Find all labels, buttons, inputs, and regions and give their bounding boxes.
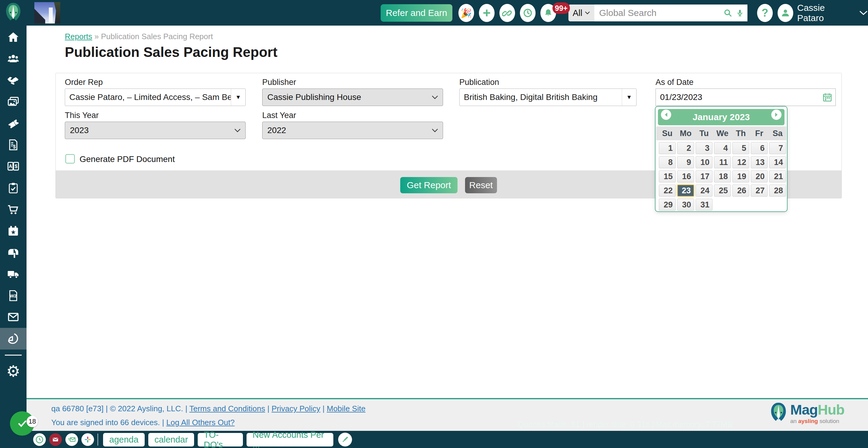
- reset-button[interactable]: Reset: [465, 177, 497, 193]
- global-search-input[interactable]: [594, 8, 723, 18]
- day-cell-23-selected[interactable]: 23: [677, 184, 694, 197]
- user-avatar[interactable]: [778, 4, 793, 22]
- sidebar-item-contacts[interactable]: [0, 48, 27, 70]
- handshake-icon: [6, 74, 20, 87]
- logo-hub-text: Hub: [818, 402, 844, 418]
- user-menu[interactable]: Cassie Pataro: [797, 0, 868, 26]
- sidebar-item-tasks[interactable]: [0, 177, 27, 199]
- celebrations-button[interactable]: 🎉: [458, 4, 474, 22]
- as-of-date-value: 01/23/2023: [656, 93, 822, 102]
- day-cell-13[interactable]: 13: [751, 156, 768, 168]
- day-cell-31[interactable]: 31: [695, 199, 712, 211]
- day-cell-20[interactable]: 20: [751, 170, 768, 182]
- sidebar-item-media[interactable]: [0, 91, 27, 113]
- day-cell-26[interactable]: 26: [733, 184, 749, 197]
- sidebar-item-orders[interactable]: [0, 199, 27, 220]
- slack-icon: [84, 435, 92, 444]
- taskbar-new-accounts-button[interactable]: New Accounts Per ...: [247, 433, 333, 447]
- day-cell-1[interactable]: 1: [659, 142, 676, 154]
- taskbar-agenda-button[interactable]: agenda: [103, 433, 145, 447]
- day-cell-2[interactable]: 2: [677, 142, 694, 154]
- clipboard-check-icon: [7, 181, 20, 195]
- day-cell-16[interactable]: 16: [677, 170, 694, 182]
- refer-and-earn-button[interactable]: Refer and Earn: [381, 4, 453, 22]
- sidebar-item-w2[interactable]: W2: [0, 285, 27, 307]
- app-logo-dino-icon[interactable]: [5, 2, 22, 25]
- day-cell-21[interactable]: 21: [769, 170, 786, 182]
- day-cell-19[interactable]: 19: [733, 170, 749, 182]
- as-of-date-input[interactable]: 01/23/2023: [655, 89, 836, 106]
- search-icon[interactable]: [723, 8, 733, 18]
- sidebar-item-mail[interactable]: [0, 306, 27, 328]
- day-cell-24[interactable]: 24: [695, 184, 712, 197]
- taskbar-edit-button[interactable]: [338, 433, 352, 447]
- day-cell-30[interactable]: 30: [677, 199, 694, 211]
- sidebar-item-deals[interactable]: [0, 70, 27, 91]
- sidebar-item-events[interactable]: ★: [0, 220, 27, 242]
- generate-pdf-checkbox[interactable]: [65, 154, 75, 164]
- day-cell-6[interactable]: 6: [751, 142, 768, 154]
- publication-combobox[interactable]: British Baking, Digital British Baking ▼: [459, 89, 637, 106]
- bottom-taskbar: agenda calendar TO-DO's New Accounts Per…: [0, 431, 868, 448]
- day-cell-12[interactable]: 12: [733, 156, 749, 168]
- publisher-select[interactable]: Cassie Publishing House: [262, 89, 443, 106]
- order-rep-dropdown-button[interactable]: ▼: [231, 89, 245, 106]
- breadcrumb-reports-link[interactable]: Reports: [65, 32, 92, 41]
- search-scope-select[interactable]: All: [568, 4, 594, 22]
- sidebar-item-reports[interactable]: [0, 328, 27, 350]
- datepicker-prev-button[interactable]: [661, 110, 671, 120]
- sidebar-item-tickets[interactable]: [0, 113, 27, 134]
- sidebar-item-home[interactable]: [0, 27, 27, 48]
- last-year-select[interactable]: 2022: [262, 122, 443, 139]
- order-rep-combobox[interactable]: Cassie Pataro, – Limited Access, – Sam B…: [65, 89, 246, 106]
- log-all-others-out-link[interactable]: Log All Others Out?: [166, 418, 235, 427]
- day-cell-22[interactable]: 22: [659, 184, 676, 197]
- day-cell-15[interactable]: 15: [659, 170, 676, 182]
- sidebar-item-distribution[interactable]: [0, 263, 27, 285]
- as-of-date-label: As of Date: [655, 78, 693, 87]
- sidebar-item-rate-card[interactable]: A $: [0, 156, 27, 177]
- day-cell-18[interactable]: 18: [714, 170, 731, 182]
- sidebar-item-direct-mail[interactable]: [0, 242, 27, 264]
- microphone-icon[interactable]: [735, 8, 744, 18]
- taskbar-gmail-button[interactable]: [49, 433, 62, 446]
- day-cell-3[interactable]: 3: [695, 142, 712, 154]
- day-cell-4[interactable]: 4: [714, 142, 731, 154]
- taskbar-messages-button[interactable]: [65, 433, 78, 446]
- this-year-select[interactable]: 2023: [65, 122, 246, 139]
- get-report-button[interactable]: Get Report: [400, 177, 458, 193]
- day-cell-17[interactable]: 17: [695, 170, 712, 182]
- sidebar-item-settings[interactable]: ⚙: [0, 360, 27, 382]
- day-cell-28[interactable]: 28: [769, 184, 786, 197]
- day-cell-29[interactable]: 29: [659, 199, 676, 211]
- day-cell-14[interactable]: 14: [769, 156, 786, 168]
- mobile-site-link[interactable]: Mobile Site: [327, 404, 366, 413]
- taskbar-slack-button[interactable]: [82, 433, 94, 446]
- day-cell-7[interactable]: 7: [769, 142, 786, 154]
- logo-sub-suffix: solution: [819, 418, 839, 424]
- ticket-icon: [6, 117, 20, 130]
- day-cell-9[interactable]: 9: [677, 156, 694, 168]
- publication-dropdown-button[interactable]: ▼: [622, 89, 636, 106]
- help-button[interactable]: ?: [757, 4, 773, 22]
- day-cell-11[interactable]: 11: [714, 156, 731, 168]
- taskbar-calendar-button[interactable]: calendar: [148, 433, 194, 447]
- taskbar-clock-button[interactable]: [33, 433, 46, 446]
- workspace-thumbnail-image[interactable]: [34, 2, 60, 24]
- quick-add-button[interactable]: [479, 4, 495, 22]
- day-cell-10[interactable]: 10: [695, 156, 712, 168]
- day-cell-5[interactable]: 5: [733, 142, 749, 154]
- day-cell-8[interactable]: 8: [659, 156, 676, 168]
- privacy-link[interactable]: Privacy Policy: [272, 404, 320, 413]
- datepicker-next-button[interactable]: [771, 110, 781, 120]
- day-cell-25[interactable]: 25: [714, 184, 731, 197]
- calendar-icon[interactable]: [822, 92, 832, 102]
- party-popper-icon: 🎉: [461, 8, 472, 19]
- sidebar-item-invoices[interactable]: $: [0, 134, 27, 156]
- bell-icon: [543, 8, 553, 18]
- quick-links-button[interactable]: [499, 4, 515, 22]
- taskbar-todos-button[interactable]: TO-DO's: [198, 433, 243, 447]
- terms-link[interactable]: Terms and Conditions: [189, 404, 265, 413]
- day-cell-27[interactable]: 27: [751, 184, 768, 197]
- recent-history-button[interactable]: [520, 4, 535, 22]
